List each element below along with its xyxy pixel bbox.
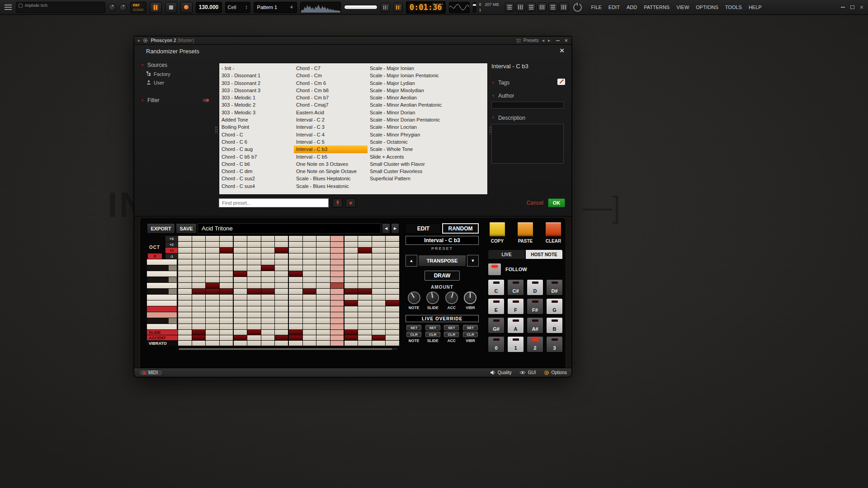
step-cell[interactable] xyxy=(220,324,233,329)
step-cell[interactable] xyxy=(234,324,247,329)
step-cell[interactable] xyxy=(344,330,358,335)
preset-item[interactable]: Interval - C 3 xyxy=(294,123,368,131)
paste-button[interactable] xyxy=(517,222,533,237)
step-cell[interactable] xyxy=(386,253,399,259)
step-cell[interactable] xyxy=(234,306,247,312)
step-cell[interactable] xyxy=(316,295,330,300)
step-cell[interactable] xyxy=(247,265,261,271)
step-cell[interactable] xyxy=(192,295,206,300)
step-cell[interactable] xyxy=(316,236,330,241)
step-cell[interactable] xyxy=(178,265,192,271)
preset-item[interactable]: Chord - C xyxy=(219,131,294,138)
step-cell[interactable] xyxy=(261,318,275,324)
preset-item[interactable]: Scale - Major Ionian Pentatonic xyxy=(368,72,487,79)
source-user[interactable]: User xyxy=(146,80,216,85)
step-cell[interactable] xyxy=(220,295,233,300)
collapse-triangle-icon[interactable]: ▼ xyxy=(141,99,144,103)
key-d[interactable]: D xyxy=(527,279,543,296)
step-cell[interactable] xyxy=(261,248,275,253)
piano-key[interactable] xyxy=(147,277,178,282)
step-cell[interactable] xyxy=(303,248,316,253)
piano-roll-icon[interactable] xyxy=(516,3,525,12)
step-cell[interactable] xyxy=(261,277,275,282)
step-cell[interactable] xyxy=(261,253,275,259)
step-cell[interactable] xyxy=(206,306,219,312)
step-cell[interactable] xyxy=(344,324,358,329)
step-cell[interactable] xyxy=(192,341,206,346)
step-cell[interactable] xyxy=(192,300,206,306)
step-cell[interactable] xyxy=(372,330,386,335)
preset-item[interactable]: Interval - C b3 xyxy=(294,145,368,153)
preset-item[interactable]: Scale - Minor Locrian xyxy=(368,123,487,131)
preset-item[interactable]: Chord - C b5 b7 xyxy=(219,153,294,160)
step-cell[interactable] xyxy=(316,300,330,306)
step-cell[interactable] xyxy=(261,306,275,312)
step-cell[interactable] xyxy=(178,236,192,241)
step-cell[interactable] xyxy=(261,330,275,335)
step-cell[interactable] xyxy=(303,324,316,329)
step-cell[interactable] xyxy=(206,253,219,259)
author-input[interactable] xyxy=(491,102,564,108)
record-button[interactable] xyxy=(180,2,193,13)
step-cell[interactable] xyxy=(372,265,386,271)
step-cell[interactable] xyxy=(206,324,219,329)
key-f[interactable]: F xyxy=(507,298,524,314)
quality-button[interactable]: Quality xyxy=(490,370,512,375)
tab-random[interactable]: RANDOM xyxy=(442,223,479,234)
preset-item[interactable]: One Note on 3 Octaves xyxy=(294,160,368,168)
midi-button[interactable]: MIDI xyxy=(139,369,163,376)
menu-edit[interactable]: EDIT xyxy=(609,5,620,10)
step-cell[interactable] xyxy=(275,330,288,335)
step-cell[interactable] xyxy=(275,295,288,300)
preset-item[interactable]: Chord - Cm b7 xyxy=(294,94,368,101)
step-cell[interactable] xyxy=(289,242,302,247)
pin-button[interactable] xyxy=(332,198,343,207)
step-cell[interactable] xyxy=(316,248,330,253)
prev-pattern-icon[interactable]: ◀ xyxy=(382,223,390,234)
step-cell[interactable] xyxy=(330,306,344,312)
step-cell[interactable] xyxy=(234,300,247,306)
vibr-knob[interactable] xyxy=(464,291,476,304)
step-cell[interactable] xyxy=(275,253,288,259)
step-cell[interactable] xyxy=(344,283,358,288)
step-cell[interactable] xyxy=(303,306,316,312)
step-cell[interactable] xyxy=(289,271,302,277)
gui-button[interactable]: GUI xyxy=(519,370,536,375)
piano-key[interactable] xyxy=(147,306,178,312)
step-cell[interactable] xyxy=(386,248,399,253)
master-pitch-knob[interactable] xyxy=(119,4,127,11)
step-cell[interactable] xyxy=(303,265,316,271)
step-cell[interactable] xyxy=(316,330,330,335)
step-cell[interactable] xyxy=(220,283,233,288)
step-cell[interactable] xyxy=(316,335,330,340)
step-cell[interactable] xyxy=(192,335,206,340)
bpm-display[interactable]: 130.000 xyxy=(196,2,222,13)
step-cell[interactable] xyxy=(178,324,192,329)
piano-key[interactable] xyxy=(147,283,178,288)
step-cell[interactable] xyxy=(358,271,372,277)
step-cell[interactable] xyxy=(358,330,372,335)
step-cell[interactable] xyxy=(261,271,275,277)
pat-song-switch[interactable]: PAT SONG xyxy=(130,2,146,13)
preset-item[interactable]: Added Tone xyxy=(219,116,294,123)
step-cell[interactable] xyxy=(206,289,219,294)
step-cell[interactable] xyxy=(372,236,386,241)
step-cell[interactable] xyxy=(289,253,302,259)
step-cell[interactable] xyxy=(247,289,261,294)
key-b[interactable]: B xyxy=(546,317,563,333)
preset-item[interactable]: One Note on Single Octave xyxy=(294,168,368,175)
follow-button[interactable] xyxy=(488,263,501,276)
step-cell[interactable] xyxy=(289,330,302,335)
master-volume-knob[interactable] xyxy=(108,4,116,11)
step-cell[interactable] xyxy=(386,318,399,324)
step-cell[interactable] xyxy=(206,259,219,265)
step-cell[interactable] xyxy=(330,300,344,306)
step-cell[interactable] xyxy=(330,253,344,259)
menu-patterns[interactable]: PATTERNS xyxy=(644,5,670,10)
preset-item[interactable]: Chord - Cm 6 xyxy=(294,80,368,87)
step-cell[interactable] xyxy=(358,253,372,259)
step-cell[interactable] xyxy=(372,259,386,265)
shuffle-fader[interactable] xyxy=(473,2,476,13)
preset-item[interactable]: Slide + Accents xyxy=(368,153,487,160)
step-cell[interactable] xyxy=(289,295,302,300)
